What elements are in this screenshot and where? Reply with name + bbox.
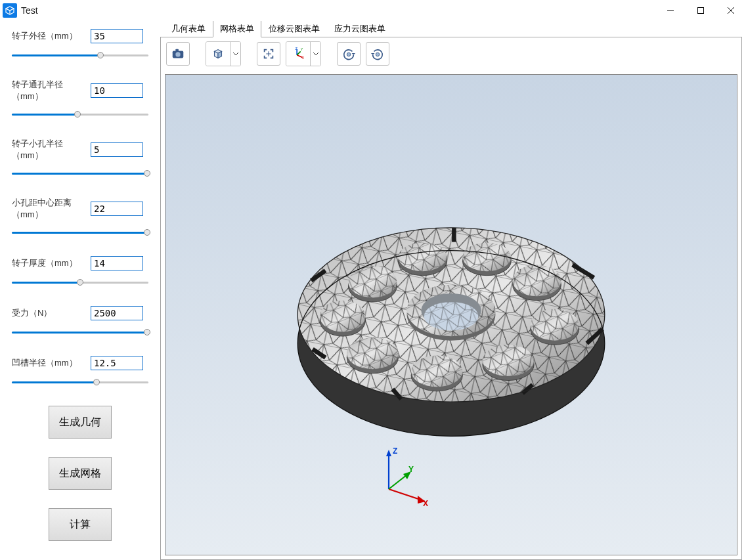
param-block: 受力（N）	[12, 306, 148, 337]
svg-text:X: X	[302, 56, 305, 60]
maximize-button[interactable]	[686, 0, 716, 21]
tabs: 几何表单网格表单位移云图表单应力云图表单	[160, 21, 746, 37]
param-slider[interactable]	[12, 110, 148, 119]
svg-point-46	[531, 309, 579, 341]
svg-point-49	[347, 337, 398, 369]
svg-point-45	[513, 265, 561, 296]
param-slider[interactable]	[12, 169, 148, 179]
param-input[interactable]	[91, 256, 143, 270]
svg-point-47	[483, 345, 534, 376]
param-slider[interactable]	[12, 278, 148, 288]
window-title: Test	[21, 5, 38, 16]
param-label: 凹槽半径（mm）	[12, 357, 91, 369]
axes-icon[interactable]: X Y Z	[286, 42, 310, 66]
fit-view-button[interactable]	[257, 42, 280, 66]
param-block: 转子外径（mm）	[12, 29, 148, 60]
tab[interactable]: 网格表单	[213, 21, 261, 37]
minimize-button[interactable]	[655, 0, 686, 21]
camera-button[interactable]	[166, 42, 190, 66]
param-block: 凹槽半径（mm）	[12, 356, 148, 387]
mesh-model	[165, 75, 737, 555]
viewcube-icon[interactable]	[206, 42, 230, 66]
param-block: 小孔距中心距离（mm）	[12, 197, 148, 238]
svg-text:Y: Y	[301, 47, 303, 51]
param-input[interactable]	[91, 142, 143, 157]
param-input[interactable]	[91, 83, 143, 98]
param-label: 小孔距中心距离（mm）	[12, 197, 91, 221]
viewcube-dropdown[interactable]	[206, 41, 241, 66]
close-button[interactable]	[716, 0, 746, 21]
param-label: 转子外径（mm）	[12, 30, 91, 42]
param-label: 转子通孔半径（mm）	[12, 79, 91, 102]
main-panel: 几何表单网格表单位移云图表单应力云图表单	[160, 21, 746, 560]
param-block: 转子通孔半径（mm）	[12, 79, 148, 119]
svg-point-14	[376, 53, 380, 56]
tab[interactable]: 应力云图表单	[327, 21, 393, 37]
param-input[interactable]	[91, 29, 143, 43]
svg-rect-1	[698, 8, 704, 14]
param-input[interactable]	[91, 202, 143, 216]
svg-point-5	[175, 52, 180, 56]
param-slider[interactable]	[12, 378, 148, 387]
chevron-down-icon[interactable]	[310, 42, 320, 66]
tab[interactable]: 几何表单	[164, 21, 213, 37]
sidebar: 转子外径（mm） 转子通孔半径（mm） 转子小孔半径（mm） 小孔距中心距离	[0, 21, 160, 560]
svg-rect-6	[175, 49, 179, 52]
svg-line-9	[297, 51, 301, 55]
svg-point-48	[411, 355, 462, 387]
param-slider[interactable]	[12, 228, 148, 238]
param-input[interactable]	[91, 306, 143, 320]
param-input[interactable]	[91, 356, 143, 370]
param-label: 转子厚度（mm）	[12, 257, 91, 269]
app-icon	[3, 3, 17, 18]
param-slider[interactable]	[12, 328, 148, 337]
param-label: 转子小孔半径（mm）	[12, 138, 91, 162]
param-label: 受力（N）	[12, 307, 91, 319]
svg-point-23	[424, 302, 479, 331]
viewport-toolbar: X Y Z	[161, 37, 741, 70]
axes-dropdown[interactable]: X Y Z	[286, 41, 321, 66]
svg-point-44	[462, 243, 511, 272]
svg-point-13	[347, 53, 351, 56]
viewport-3d[interactable]: Z Y X	[165, 74, 737, 555]
param-block: 转子小孔半径（mm）	[12, 138, 148, 179]
svg-point-50	[320, 301, 366, 332]
compute-button[interactable]: 计算	[49, 508, 112, 541]
chevron-down-icon[interactable]	[230, 42, 240, 66]
param-block: 转子厚度（mm）	[12, 256, 148, 288]
titlebar: Test	[0, 0, 746, 21]
param-slider[interactable]	[12, 51, 148, 60]
rotate-right-button[interactable]	[366, 42, 389, 66]
svg-point-43	[399, 243, 447, 272]
generate-geometry-button[interactable]: 生成几何	[49, 406, 112, 439]
tab-panel: X Y Z	[160, 37, 742, 560]
rotate-left-button[interactable]	[337, 42, 361, 66]
generate-mesh-button[interactable]: 生成网格	[49, 457, 112, 490]
tab[interactable]: 位移云图表单	[261, 21, 327, 37]
